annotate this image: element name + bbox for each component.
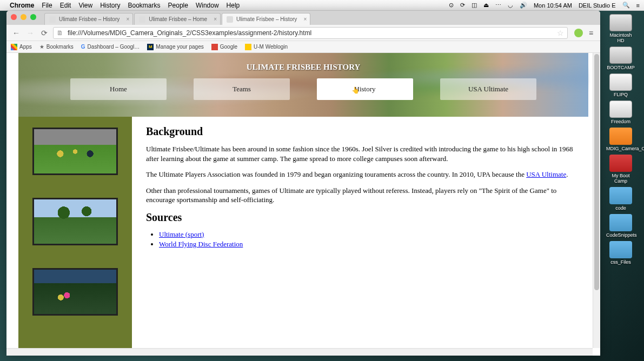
desktop-icon-bootcamp-folder[interactable]: My Boot Camp (606, 155, 635, 184)
favicon-icon (227, 16, 233, 23)
browser-toolbar: ← → ⟳ 🗎 file:///Volumes/MDIG_Camera_Orig… (6, 25, 600, 41)
page-icon: 🗎 (57, 29, 64, 37)
desktop-icon-code[interactable]: code (606, 187, 635, 211)
menu-people[interactable]: People (168, 2, 188, 9)
sidebar-image (32, 128, 118, 175)
tab-title: Ulimate Frisbee – Home (149, 16, 207, 22)
apps-icon (11, 44, 17, 50)
user-name[interactable]: DEIL Studio E (579, 2, 616, 9)
menu-history[interactable]: History (100, 2, 120, 9)
folder-icon (609, 128, 632, 145)
um-icon (245, 44, 251, 50)
chrome-window: Ulimate Frisbee – History× Ulimate Frisb… (6, 11, 600, 356)
close-window-button[interactable] (11, 14, 17, 20)
favicon-icon (49, 16, 56, 23)
menu-bookmarks[interactable]: Bookmarks (128, 2, 161, 9)
reload-button[interactable]: ⟳ (39, 28, 50, 38)
browser-tab-active[interactable]: Ulimate Frisbee – History× (222, 13, 310, 25)
bookmark-item[interactable]: MManage your pages (147, 44, 203, 50)
google-icon: G (81, 44, 85, 50)
desktop-icon-codesnippets[interactable]: CodeSnippets (606, 214, 635, 238)
status-icon[interactable]: ⟳ (460, 2, 465, 9)
folder-icon (609, 187, 632, 204)
minimize-window-button[interactable] (21, 14, 26, 20)
desktop-icon-freedom[interactable]: Freedom (606, 101, 635, 124)
spotlight-icon[interactable]: 🔍 (622, 2, 630, 9)
tab-title: Ulimate Frisbee – History (59, 16, 119, 22)
paragraph: Ultimate Frisbee/Ultimate has been aroun… (146, 144, 574, 163)
horizontal-scrollbar[interactable] (6, 348, 593, 356)
close-tab-icon[interactable]: × (214, 16, 217, 22)
browser-tab[interactable]: Ulimate Frisbee – Home× (134, 13, 221, 25)
menu-view[interactable]: View (78, 2, 92, 9)
chrome-menu-button[interactable]: ≡ (586, 29, 596, 37)
status-icon[interactable]: ⏏ (483, 2, 489, 9)
hdd-icon (609, 14, 632, 31)
nav-history[interactable]: History (317, 78, 413, 100)
close-tab-icon[interactable]: × (304, 16, 307, 22)
bookmark-item[interactable]: GDashboard – Googl… (81, 44, 140, 50)
close-tab-icon[interactable]: × (126, 16, 129, 22)
menu-help[interactable]: Help (227, 2, 240, 9)
favicon-icon (139, 16, 145, 23)
hdd-icon (609, 46, 632, 64)
back-button[interactable]: ← (11, 28, 22, 38)
page-header: ULIMATE FRISBEE HISTORY Home Teams Histo… (18, 53, 588, 117)
sidebar (18, 117, 132, 349)
link-source[interactable]: Ultimate (sport) (159, 230, 204, 238)
forward-button[interactable]: → (25, 28, 36, 38)
clock[interactable]: Mon 10:54 AM (534, 2, 572, 9)
link-usa-ultimate[interactable]: USA Ultimate (526, 170, 566, 178)
apps-button[interactable]: Apps (11, 44, 32, 50)
wifi-icon[interactable]: ◡ (508, 2, 513, 9)
folder-icon (609, 214, 632, 231)
desktop-icon-mdig[interactable]: MDIG_Camera_Originals_2 (606, 128, 635, 151)
page-title: ULIMATE FRISBEE HISTORY (18, 53, 588, 72)
status-icon[interactable]: ◫ (472, 2, 477, 9)
desktop-icon-cssfiles[interactable]: css_Files (606, 241, 635, 265)
address-bar[interactable]: 🗎 file:///Volumes/MDIG_Camera_Originals_… (53, 27, 568, 39)
paragraph: The Ultimate Players Association was fou… (146, 170, 574, 179)
list-item: World Flying Disc Federation (159, 240, 574, 249)
volume-icon[interactable]: 🔊 (520, 2, 527, 9)
nav-usa-ultimate[interactable]: USA Ultimate (440, 78, 536, 100)
notifications-icon[interactable]: ≡ (636, 2, 640, 9)
paragraph: Other than professional tournaments, gam… (146, 186, 574, 205)
drive-icon (609, 73, 632, 91)
desktop-icon-macintosh-hd[interactable]: Macintosh HD (606, 14, 635, 43)
bookmark-item[interactable]: Google (211, 44, 237, 50)
bookmark-star-icon[interactable]: ☆ (557, 29, 564, 37)
main-nav: Home Teams History USA Ultimate (18, 78, 588, 100)
bookmark-item[interactable]: ★Bookmarks (39, 44, 74, 50)
zoom-window-button[interactable] (30, 14, 36, 20)
content-wrap: Background Ultimate Frisbee/Ultimate has… (18, 117, 588, 349)
status-icon[interactable]: ⊙ (449, 2, 454, 9)
heading-sources: Sources (146, 211, 574, 224)
tab-title: Ulimate Frisbee – History (236, 16, 297, 22)
nav-teams[interactable]: Teams (194, 78, 290, 100)
nav-home[interactable]: Home (70, 78, 167, 100)
list-item: Ultimate (sport) (159, 230, 574, 239)
menu-window[interactable]: Window (196, 2, 219, 9)
app-name[interactable]: Chrome (10, 2, 34, 9)
desktop-icon-flipq[interactable]: FLIPQ (606, 73, 635, 97)
scroll-thumb[interactable] (594, 54, 599, 290)
menu-file[interactable]: File (42, 2, 52, 9)
desktop-icons: Macintosh HD BOOTCAMP FLIPQ Freedom MDIG… (602, 14, 640, 265)
bookmark-item[interactable]: U-M Weblogin (245, 44, 288, 50)
browser-tab[interactable]: Ulimate Frisbee – History× (44, 13, 133, 25)
main-content: Background Ultimate Frisbee/Ultimate has… (132, 117, 588, 349)
url-text: file:///Volumes/MDIG_Camera_Originals_2/… (68, 29, 311, 37)
extension-icon[interactable] (574, 29, 583, 37)
drive-icon (609, 101, 632, 118)
michigan-icon: M (147, 44, 154, 50)
link-source[interactable]: World Flying Disc Federation (159, 240, 243, 248)
google-plus-icon (211, 44, 218, 50)
star-icon: ★ (39, 44, 44, 50)
status-icon[interactable]: ⋯ (495, 2, 501, 9)
tab-strip: Ulimate Frisbee – History× Ulimate Frisb… (6, 11, 600, 25)
sidebar-image (32, 198, 118, 245)
vertical-scrollbar[interactable] (593, 53, 600, 348)
menu-edit[interactable]: Edit (60, 2, 71, 9)
desktop-icon-bootcamp[interactable]: BOOTCAMP (606, 46, 635, 70)
